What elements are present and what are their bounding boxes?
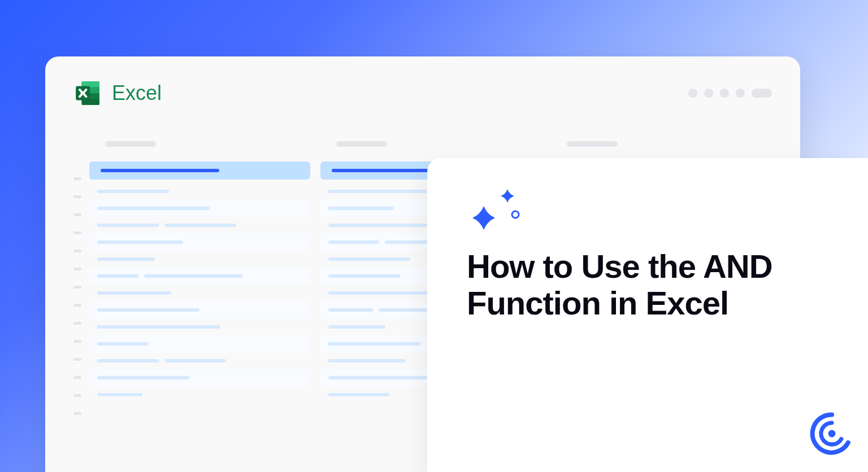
window-control-dot	[736, 89, 745, 98]
cell	[89, 200, 310, 217]
app-header: Excel	[73, 79, 772, 107]
cell	[89, 285, 310, 301]
column	[89, 141, 310, 422]
cell	[89, 386, 310, 403]
svg-point-7	[828, 430, 836, 438]
window-control-pill	[752, 89, 772, 98]
brand-c-icon	[809, 411, 854, 458]
column-label	[105, 141, 310, 149]
svg-point-6	[512, 211, 519, 218]
card-title: How to Use the AND Function in Excel	[467, 248, 828, 322]
excel-icon	[73, 79, 102, 107]
column-label	[567, 141, 772, 149]
cell	[89, 217, 310, 234]
cell	[89, 301, 310, 318]
cell	[89, 234, 310, 251]
window-control-dot	[720, 89, 729, 98]
cell	[89, 183, 310, 200]
cell	[89, 318, 310, 335]
cell	[89, 352, 310, 369]
header-cell	[89, 161, 310, 180]
app-brand: Excel	[73, 79, 162, 107]
app-name: Excel	[112, 81, 162, 105]
window-control-dot	[688, 89, 697, 98]
window-controls	[688, 89, 772, 98]
cell	[89, 268, 310, 285]
cell	[89, 335, 310, 352]
cell	[89, 369, 310, 386]
sparkle-icon	[467, 186, 828, 231]
column-label	[336, 141, 541, 149]
window-control-dot	[704, 89, 713, 98]
row-gutter	[73, 141, 85, 422]
cell	[89, 251, 310, 268]
title-card: How to Use the AND Function in Excel	[427, 158, 868, 472]
